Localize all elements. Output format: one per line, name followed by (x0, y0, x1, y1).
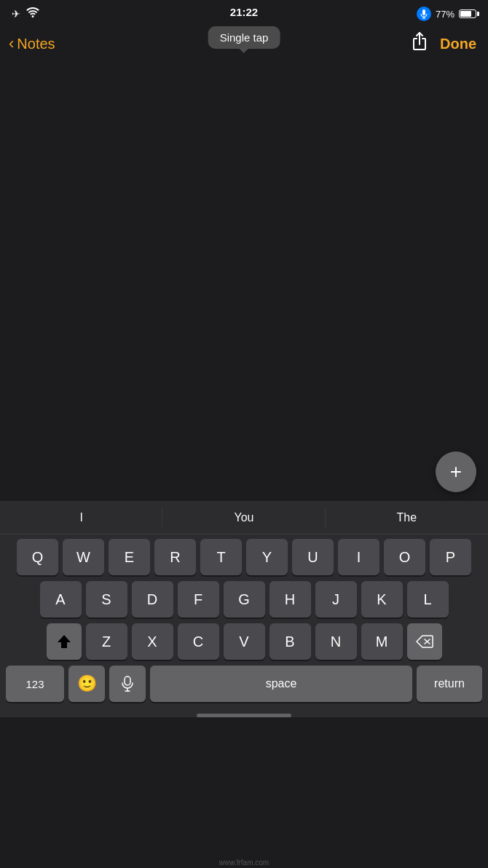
home-indicator (197, 714, 291, 717)
chevron-left-icon: ‹ (9, 34, 14, 53)
key-g[interactable]: G (224, 581, 265, 618)
back-button[interactable]: ‹ Notes (9, 35, 55, 53)
key-o[interactable]: O (384, 539, 425, 575)
shift-key[interactable] (47, 623, 82, 660)
bottom-row: 123 🙂 space return (3, 666, 485, 702)
space-key[interactable]: space (150, 666, 412, 702)
svg-rect-6 (125, 676, 130, 685)
key-row-3: Z X C V B N M (3, 623, 485, 660)
status-time: 21:22 (230, 6, 258, 18)
microphone-key[interactable] (109, 666, 146, 702)
key-u[interactable]: U (292, 539, 334, 575)
nav-actions: Done (411, 31, 476, 56)
key-j[interactable]: J (315, 581, 357, 618)
delete-key[interactable] (407, 623, 442, 660)
key-c[interactable]: C (178, 623, 219, 660)
svg-rect-0 (422, 9, 425, 15)
return-key[interactable]: return (417, 666, 482, 702)
plus-button[interactable]: + (436, 451, 476, 492)
watermark: www.frfam.com (219, 859, 269, 867)
key-k[interactable]: K (361, 581, 403, 618)
key-i[interactable]: I (338, 539, 379, 575)
status-bar: ✈ 21:22 77% (0, 0, 488, 26)
done-button[interactable]: Done (440, 36, 476, 52)
key-b[interactable]: B (269, 623, 311, 660)
key-h[interactable]: H (269, 581, 311, 618)
key-a[interactable]: A (40, 581, 82, 618)
single-tap-tooltip: Single tap (208, 26, 280, 49)
key-n[interactable]: N (315, 623, 357, 660)
status-right-icons: 77% (417, 7, 476, 21)
key-row-2: A S D F G H J K L (3, 581, 485, 618)
numbers-key[interactable]: 123 (6, 666, 64, 702)
key-m[interactable]: M (361, 623, 403, 660)
key-f[interactable]: F (178, 581, 219, 618)
battery-percent: 77% (436, 9, 454, 20)
key-x[interactable]: X (132, 623, 173, 660)
key-t[interactable]: T (200, 539, 242, 575)
predictive-item-you[interactable]: You (162, 501, 325, 534)
keyboard-rows: Q W E R T Y U I O P A S D F G H J K L (0, 534, 488, 709)
key-e[interactable]: E (109, 539, 150, 575)
back-label: Notes (17, 36, 55, 52)
status-left-icons: ✈ (12, 7, 39, 20)
key-d[interactable]: D (132, 581, 173, 618)
key-w[interactable]: W (63, 539, 104, 575)
airplane-icon: ✈ (12, 8, 20, 20)
key-s[interactable]: S (86, 581, 127, 618)
predictive-item-i[interactable]: I (0, 501, 162, 534)
key-v[interactable]: V (224, 623, 265, 660)
key-l[interactable]: L (407, 581, 449, 618)
mic-icon (417, 7, 431, 21)
key-q[interactable]: Q (17, 539, 58, 575)
predictive-item-the[interactable]: The (326, 501, 488, 534)
key-p[interactable]: P (430, 539, 471, 575)
battery-icon (459, 9, 476, 18)
key-y[interactable]: Y (246, 539, 288, 575)
predictive-bar: I You The (0, 501, 488, 534)
key-row-1: Q W E R T Y U I O P (3, 539, 485, 575)
share-icon[interactable] (411, 31, 428, 56)
nav-bar: ‹ Notes Single tap Done (0, 26, 488, 64)
key-z[interactable]: Z (86, 623, 127, 660)
keyboard-area: I You The Q W E R T Y U I O P A S D F G … (0, 501, 488, 717)
note-content-area[interactable]: + (0, 64, 488, 501)
tooltip-container: Single tap (208, 26, 280, 49)
key-r[interactable]: R (154, 539, 196, 575)
emoji-key[interactable]: 🙂 (68, 666, 105, 702)
wifi-icon (26, 7, 39, 20)
